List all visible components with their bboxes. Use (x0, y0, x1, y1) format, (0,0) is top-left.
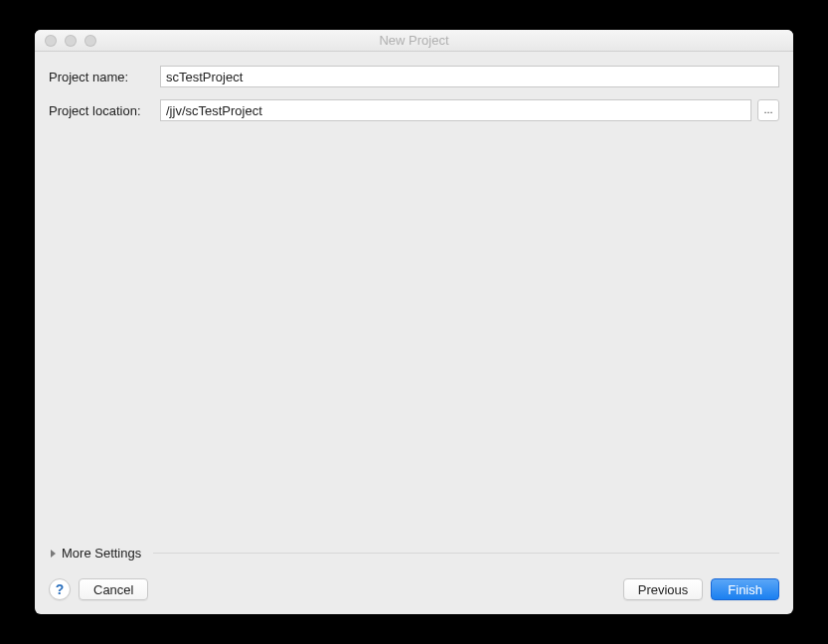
project-name-row: Project name: (49, 66, 779, 87)
project-name-label: Project name: (49, 70, 154, 84)
window-title: New Project (35, 33, 793, 48)
dialog-content: Project name: Project location: ... More… (35, 52, 793, 566)
dialog-footer: ? Cancel Previous Finish (35, 566, 793, 614)
cancel-button[interactable]: Cancel (79, 578, 148, 600)
project-location-input[interactable] (160, 99, 751, 121)
project-location-label: Project location: (49, 103, 154, 118)
chevron-right-icon (51, 550, 56, 558)
new-project-window: New Project Project name: Project locati… (35, 30, 793, 614)
finish-button[interactable]: Finish (711, 578, 779, 600)
maximize-window-icon[interactable] (84, 35, 96, 47)
titlebar[interactable]: New Project (35, 30, 793, 52)
project-name-input[interactable] (160, 66, 779, 87)
content-spacer (49, 133, 779, 540)
close-window-icon[interactable] (45, 35, 57, 47)
browse-button[interactable]: ... (757, 99, 779, 121)
minimize-window-icon[interactable] (65, 35, 77, 47)
project-location-row: Project location: ... (49, 99, 779, 121)
more-settings-toggle[interactable]: More Settings (49, 540, 779, 566)
help-button[interactable]: ? (49, 578, 71, 600)
traffic-lights (35, 35, 96, 47)
previous-button[interactable]: Previous (623, 578, 704, 600)
more-settings-label: More Settings (62, 546, 141, 561)
divider-line (153, 553, 779, 554)
